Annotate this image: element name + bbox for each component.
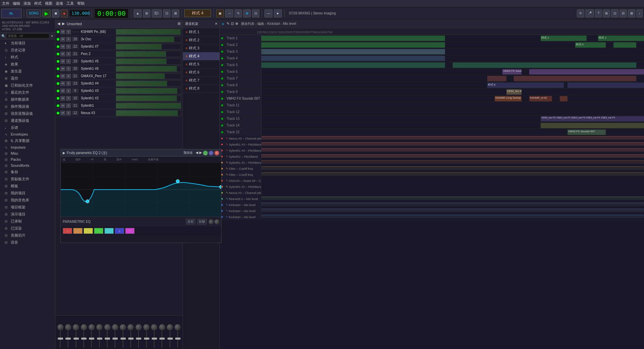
sidebar-item-3[interactable]: ◈效果: [0, 61, 55, 68]
mixer-knob-11[interactable]: [143, 324, 149, 330]
tb-right-2[interactable]: 🎤: [585, 9, 594, 17]
sidebar-item-26[interactable]: ⊟已录制: [0, 218, 55, 225]
pattern-item-3[interactable]: ≡样式 4: [183, 52, 219, 60]
track-content-13[interactable]: [261, 122, 644, 129]
tb-icon-11[interactable]: —: [264, 9, 273, 17]
ch-name-11[interactable]: Nexus #3: [80, 111, 115, 115]
ch-name-1[interactable]: 3x Osc: [80, 37, 115, 41]
ch-mute-7[interactable]: M: [60, 81, 65, 86]
ch-name-4[interactable]: Sylenth1 #5: [80, 59, 115, 63]
auto-content-9[interactable]: [261, 190, 644, 196]
tb-right-1[interactable]: ↻: [577, 9, 584, 17]
ch-pattern-3[interactable]: [116, 51, 181, 57]
ch-led-4[interactable]: [57, 60, 59, 63]
mixer-knob-4[interactable]: [89, 324, 95, 330]
channel-row-7[interactable]: M S 13 Sylenth1 #4: [55, 80, 183, 87]
ch-solo-4[interactable]: S: [66, 59, 71, 64]
ch-mute-0[interactable]: M: [60, 30, 65, 34]
pattern-name[interactable]: 样式 4: [184, 9, 211, 17]
channel-row-10[interactable]: M S 11 Sylenth1: [55, 102, 183, 109]
block-0-1[interactable]: 样式 1: [541, 36, 587, 41]
pattern-item-5[interactable]: ≡样式 6: [183, 68, 219, 77]
block-4-0[interactable]: [261, 62, 445, 68]
auto-block-4[interactable]: [261, 160, 644, 164]
ch-name-9[interactable]: Sylenth1 #2: [80, 96, 115, 100]
ch-led-3[interactable]: [57, 53, 59, 55]
block-14-0[interactable]: VMH2 FX Sounds 007: [567, 130, 606, 135]
eq-band-5[interactable]: 5: [104, 228, 114, 234]
mixer-knob-14[interactable]: [167, 324, 173, 330]
ch-mute-11[interactable]: M: [60, 111, 65, 115]
fader-knob-3[interactable]: [81, 338, 87, 340]
block-1-0[interactable]: [261, 42, 445, 48]
tb-right-7[interactable]: ⊠: [628, 9, 635, 17]
track-content-11[interactable]: [261, 109, 644, 115]
auto-block-1[interactable]: [261, 142, 644, 146]
auto-content-3[interactable]: [261, 154, 644, 159]
eq-knob-2[interactable]: [214, 219, 219, 224]
channel-row-3[interactable]: M S 21 Perc 2: [55, 50, 183, 58]
track-content-7[interactable]: 样式 8: [261, 82, 644, 88]
auto-block-12[interactable]: [261, 209, 644, 212]
auto-block-0[interactable]: [261, 136, 644, 140]
ch-solo-5[interactable]: S: [66, 66, 71, 71]
ch-solo-11[interactable]: S: [66, 111, 71, 115]
ch-pattern-1[interactable]: [116, 36, 181, 42]
ch-led-8[interactable]: [57, 90, 59, 92]
block-0-0[interactable]: [261, 36, 445, 41]
ch-mute-8[interactable]: M: [60, 89, 65, 93]
auto-content-12[interactable]: [261, 208, 644, 214]
ch-solo-3[interactable]: S: [66, 52, 71, 56]
channel-row-4[interactable]: M S 19 Sylenth1 #5: [55, 58, 183, 65]
block-12-0[interactable]: VDE3_ine FX VDE3_ine FX VDE3_ine FX VDE3…: [541, 116, 644, 121]
block-6-1[interactable]: [514, 76, 636, 81]
track-content-12[interactable]: VDE3_ine FX VDE3_ine FX VDE3_ine FX VDE3…: [261, 115, 644, 122]
block-9-0[interactable]: KSHMR Long Sweep 03: [495, 96, 522, 101]
eq-play-icon[interactable]: ▶: [63, 151, 65, 155]
ch-name-10[interactable]: Sylenth1: [80, 104, 115, 107]
auto-block-5[interactable]: [261, 166, 644, 170]
sidebar-item-11[interactable]: ⊟通道预设值: [0, 117, 55, 124]
mixer-knob-7[interactable]: [112, 324, 118, 330]
channel-row-0[interactable]: M S KSHMR Pe..(68): [55, 28, 183, 36]
auto-content-0[interactable]: [261, 136, 644, 141]
menu-edit[interactable]: 编辑: [13, 1, 20, 6]
ch-pattern-11[interactable]: [116, 110, 181, 116]
draw-tool[interactable]: ✎: [227, 21, 230, 26]
mixer-knob-15[interactable]: [175, 324, 181, 330]
track-content-3[interactable]: [261, 55, 644, 61]
ch-solo-9[interactable]: S: [66, 96, 71, 101]
tb-icon-10[interactable]: ⊡: [252, 9, 259, 17]
sidebar-item-23[interactable]: ⊟我的音色库: [0, 197, 55, 204]
fader-knob-9[interactable]: [128, 338, 134, 340]
mixer-knob-9[interactable]: [128, 324, 134, 330]
channel-row-1[interactable]: M S 28 3x Osc: [55, 36, 183, 43]
fader-knob-5[interactable]: [97, 338, 102, 340]
ch-led-9[interactable]: [57, 97, 59, 100]
auto-content-6[interactable]: [261, 172, 644, 178]
sidebar-item-9[interactable]: ⊟插件预设值: [0, 103, 55, 110]
track-content-0[interactable]: 样式 1 样式 1: [261, 35, 644, 41]
ch-pattern-0[interactable]: [116, 29, 181, 35]
transport-stop[interactable]: ■: [52, 9, 59, 17]
mixer-knob-12[interactable]: [151, 324, 157, 330]
auto-content-10[interactable]: [261, 196, 644, 202]
sidebar-item-21[interactable]: ⊟模板: [0, 183, 55, 190]
auto-block-6[interactable]: [261, 172, 644, 176]
mixer-knob-13[interactable]: [159, 324, 165, 330]
ch-mute-1[interactable]: M: [60, 37, 65, 42]
ch-name-5[interactable]: Sylenth1 #6: [80, 67, 115, 70]
ch-name-3[interactable]: Perc 2: [80, 52, 115, 56]
auto-content-1[interactable]: [261, 142, 644, 147]
ch-pattern-5[interactable]: [116, 66, 181, 72]
ch-mute-6[interactable]: M: [60, 74, 65, 79]
sidebar-item-13[interactable]: ∿Envelopes: [0, 131, 55, 137]
channel-row-11[interactable]: M S 12 Nexus #3: [55, 109, 183, 117]
sidebar-item-19[interactable]: ⊟备份: [0, 168, 55, 176]
block-1-1[interactable]: 样式 3: [575, 42, 606, 48]
auto-content-8[interactable]: [261, 184, 644, 190]
auto-block-10[interactable]: [261, 197, 644, 200]
sidebar-item-4[interactable]: ◉发生器: [0, 68, 55, 75]
track-content-14[interactable]: VMH2 FX Sounds 007: [261, 129, 644, 135]
mixer-knob-1[interactable]: [65, 324, 71, 330]
